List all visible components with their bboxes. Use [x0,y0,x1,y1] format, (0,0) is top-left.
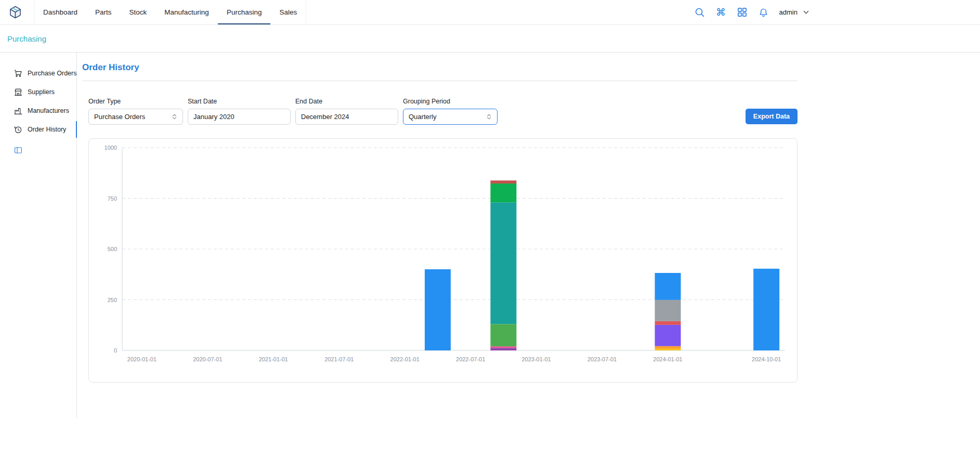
sidebar-item-order-history[interactable]: Order History [0,120,76,139]
start-date-label: Start Date [188,98,291,105]
bar-segment [655,349,681,350]
nav-tab-parts[interactable]: Parts [86,0,121,24]
nav-tab-purchasing[interactable]: Purchasing [218,0,271,24]
main-nav-tabs: Dashboard Parts Stock Manufacturing Purc… [34,0,306,24]
end-date-label: End Date [295,98,398,105]
breadcrumb-purchasing[interactable]: Purchasing [7,34,46,43]
page-title: Order History [82,62,798,73]
sidebar-collapse-button[interactable] [14,146,23,155]
search-icon[interactable] [694,7,705,18]
building-store-icon [14,87,23,97]
x-axis-tick-label: 2022-01-01 [390,356,420,362]
selector-chevrons-icon [171,113,178,121]
content-area: Purchase Orders Suppliers Manufacturers [0,53,980,418]
nav-tab-sales[interactable]: Sales [270,0,306,24]
filters-row: Order Type Purchase Orders Start Date En… [88,98,798,125]
grouping-period-field: Grouping Period Quarterly [403,98,498,125]
bar-segment [425,269,451,350]
x-axis-tick-label: 2021-01-01 [259,356,288,362]
nav-tab-dashboard[interactable]: Dashboard [34,0,86,24]
nav-tab-stock[interactable]: Stock [121,0,156,24]
order-history-chart-panel: 025050075010002020-01-012020-07-012021-0… [88,138,798,383]
x-axis-tick-label: 2022-07-01 [456,356,485,362]
x-axis-tick-label: 2024-10-01 [752,356,781,362]
app-logo[interactable] [8,5,22,19]
sidebar-item-label: Order History [28,126,66,133]
bar-segment [655,273,681,300]
scan-barcode-icon[interactable] [737,7,748,18]
grouping-period-value: Quarterly [409,113,436,121]
bar-segment [490,346,516,348]
factory-icon [14,106,23,115]
grouping-period-label: Grouping Period [403,98,498,105]
y-axis-tick-label: 500 [108,246,117,252]
main-inner: Order History Order Type Purchase Orders… [82,62,798,383]
x-axis-tick-label: 2020-01-01 [127,356,156,362]
top-navigation-bar: Dashboard Parts Stock Manufacturing Purc… [0,0,980,25]
shopping-cart-icon [14,69,23,78]
command-glyph: ⌘ [716,7,726,17]
selector-chevrons-icon [485,113,493,121]
username-label: admin [779,8,798,16]
end-date-field: End Date [295,98,398,125]
start-date-field: Start Date [188,98,291,125]
order-history-stacked-bar-chart: 025050075010002020-01-012020-07-012021-0… [89,139,797,382]
nav-tab-manufacturing[interactable]: Manufacturing [155,0,218,24]
sidebar-item-label: Suppliers [28,88,55,96]
command-palette-icon[interactable]: ⌘ [715,7,727,18]
notifications-bell-icon[interactable] [758,7,769,18]
top-navigation-inner: Dashboard Parts Stock Manufacturing Purc… [0,0,811,24]
x-axis-tick-label: 2021-07-01 [324,356,354,362]
bar-segment [655,346,681,349]
grouping-period-select[interactable]: Quarterly [403,109,498,125]
export-data-button[interactable]: Export Data [746,109,798,124]
bar-segment [490,184,516,202]
history-clock-icon [14,125,23,134]
bar-segment [655,325,681,346]
bar-segment [490,348,516,350]
y-axis-tick-label: 1000 [104,145,117,151]
breadcrumb-bar: Purchasing [0,25,980,53]
main-panel: Order History Order Type Purchase Orders… [77,53,980,418]
sidebar-item-label: Manufacturers [28,107,69,114]
x-axis-tick-label: 2020-07-01 [193,356,222,362]
sidebar-item-purchase-orders[interactable]: Purchase Orders [0,64,76,83]
sidebar-item-label: Purchase Orders [28,70,76,77]
chevron-down-icon [802,8,810,16]
y-axis-tick-label: 750 [108,195,117,202]
bar-segment [490,324,516,346]
x-axis-tick-label: 2023-01-01 [521,356,551,362]
title-divider [82,81,798,81]
order-type-field: Order Type Purchase Orders [88,98,183,125]
bar-segment [655,321,681,325]
bar-segment [753,269,779,350]
nav-right-actions: ⌘ admin [694,7,811,18]
end-date-input[interactable] [295,109,398,125]
user-menu[interactable]: admin [779,8,811,16]
sidebar-item-suppliers[interactable]: Suppliers [0,83,76,101]
order-type-label: Order Type [88,98,183,105]
bar-segment [490,180,516,184]
bar-segment [490,202,516,324]
start-date-input[interactable] [188,109,291,125]
sidebar: Purchase Orders Suppliers Manufacturers [0,53,77,418]
panel-collapse-icon [14,146,23,155]
y-axis-tick-label: 250 [108,297,117,303]
bar-segment [655,300,681,321]
order-type-value: Purchase Orders [94,113,145,121]
order-type-select[interactable]: Purchase Orders [88,109,183,125]
sidebar-item-manufacturers[interactable]: Manufacturers [0,101,76,120]
y-axis-tick-label: 0 [114,347,117,354]
x-axis-tick-label: 2024-01-01 [653,356,682,362]
x-axis-tick-label: 2023-07-01 [587,356,617,362]
inventree-logo-icon [8,5,22,19]
